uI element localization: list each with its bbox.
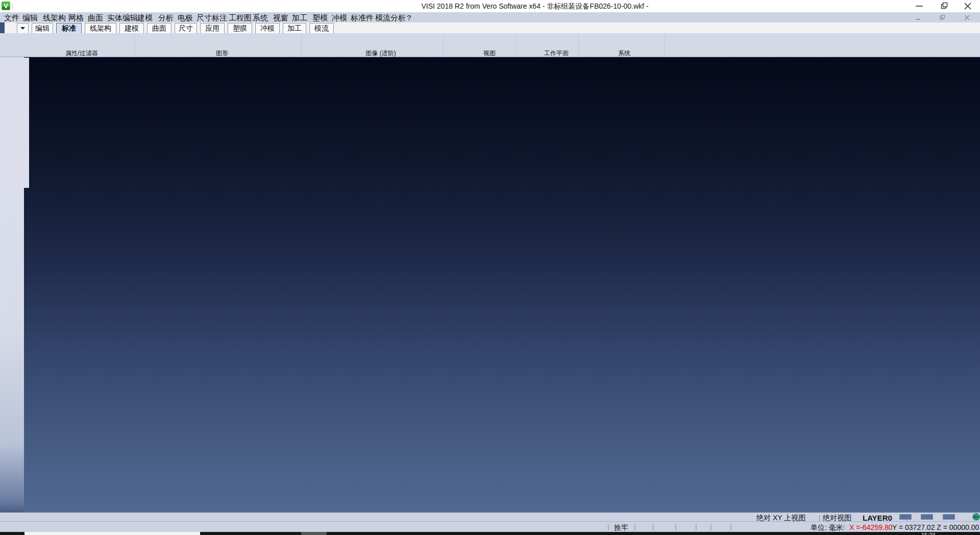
svg-text:V: V [4, 2, 8, 10]
